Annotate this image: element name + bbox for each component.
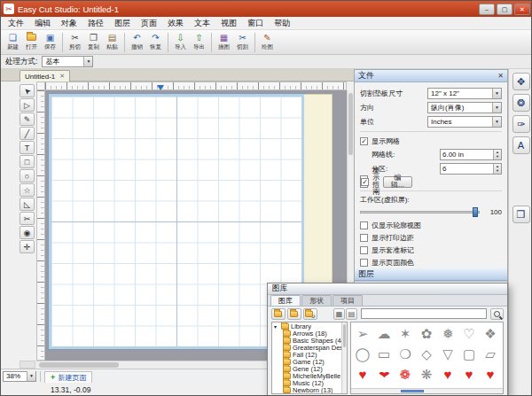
- shape-starburst[interactable]: ✶: [395, 323, 415, 344]
- menu-item[interactable]: 图层: [109, 17, 136, 30]
- panel-close-icon[interactable]: ✕: [497, 72, 504, 80]
- shape-scallop-frame[interactable]: ❍: [395, 344, 415, 364]
- shape-label-frame[interactable]: ▢: [459, 344, 479, 364]
- text-style-tool[interactable]: A: [512, 136, 530, 154]
- workspace-alpha-slider[interactable]: 100: [360, 205, 502, 219]
- menu-item[interactable]: 视图: [215, 17, 242, 30]
- spinner-icon[interactable]: ▲▼: [493, 150, 501, 159]
- shape-snowflake[interactable]: ❅: [438, 323, 458, 344]
- view-option-checkbox[interactable]: [360, 221, 368, 229]
- shape-diamond-frame[interactable]: ◇: [417, 344, 436, 364]
- eraser-tool[interactable]: ◺: [20, 198, 35, 211]
- shape-arrow[interactable]: ➢: [353, 323, 372, 344]
- shape-shield-frame[interactable]: ▽: [438, 344, 458, 364]
- new-page-tab[interactable]: + 新建页面: [44, 371, 92, 384]
- grid-scrollbar[interactable]: [351, 388, 503, 393]
- show-guides-checkbox[interactable]: ✓: [361, 178, 369, 186]
- menu-item[interactable]: 效果: [162, 17, 189, 30]
- shape-rect-frame[interactable]: ▭: [374, 344, 394, 364]
- file-panel-header[interactable]: 文件 ✕: [355, 70, 507, 82]
- ellipse-tool[interactable]: ○: [20, 169, 35, 182]
- menu-item[interactable]: 页面: [136, 17, 162, 30]
- menu-item[interactable]: 编辑: [29, 17, 56, 30]
- slider-track[interactable]: [360, 211, 480, 214]
- view-option-checkbox[interactable]: [360, 234, 368, 242]
- shape-heart[interactable]: ♥: [459, 364, 479, 384]
- shape-lips[interactable]: ♥: [374, 364, 394, 384]
- maximize-button[interactable]: ▢: [497, 4, 512, 15]
- search-icon[interactable]: [490, 308, 504, 320]
- toolbar-draw-button[interactable]: ✎绘图: [259, 31, 276, 54]
- scrollbar-thumb[interactable]: [401, 390, 424, 392]
- shape-cloud[interactable]: ☁: [374, 323, 394, 344]
- menu-item[interactable]: 文本: [189, 17, 215, 30]
- titlebar[interactable]: ✂ Easy Cut Studio: Untitled-1 – ▢ ✕: [1, 1, 532, 17]
- tree-item[interactable]: Newborn (13): [272, 386, 347, 393]
- line-tool[interactable]: ╱: [20, 127, 35, 140]
- library-titlebar[interactable]: 图库: [268, 283, 507, 295]
- star-tool[interactable]: ☆: [20, 183, 35, 197]
- menu-item[interactable]: 对象: [56, 17, 82, 30]
- toolbar-paste-button[interactable]: ▤粘贴: [104, 31, 121, 54]
- library-folder-tree[interactable]: ▾LibraryArrows (18)Basic Shapes (44)Grea…: [271, 322, 348, 394]
- color-palette-tool[interactable]: ❂: [512, 94, 530, 112]
- show-grid-checkbox[interactable]: ✓: [360, 137, 368, 145]
- cutting-mat[interactable]: [49, 94, 304, 349]
- orientation-select[interactable]: 纵向(肖像) ▼: [427, 102, 502, 113]
- scrollbar-thumb[interactable]: [39, 362, 119, 368]
- edit-guides-button[interactable]: 编辑...: [383, 176, 412, 188]
- scrollbar-thumb[interactable]: [343, 324, 346, 347]
- library-window[interactable]: 图库 图库形状项目 +−↻ ▦▤ ▾LibraryArrows (18)Basi…: [267, 283, 508, 396]
- view-option-checkbox[interactable]: [360, 246, 368, 254]
- toolbar-new-button[interactable]: ❏新建: [4, 31, 21, 54]
- toolbar-cut-button[interactable]: ✂剪切: [66, 31, 83, 54]
- refresh-button[interactable]: ↻: [303, 308, 317, 320]
- spinner-icon[interactable]: ▲▼: [493, 164, 501, 174]
- toolbar-trace-button[interactable]: ▦描图: [215, 31, 232, 54]
- menu-item[interactable]: 路径: [82, 17, 109, 30]
- select-tool[interactable]: ➤: [20, 84, 35, 97]
- library-search-input[interactable]: [361, 308, 487, 319]
- grid-view-button[interactable]: ▦: [333, 308, 345, 320]
- shape-heart[interactable]: ♥: [353, 364, 372, 384]
- toolbar-import-button[interactable]: ⇩导入: [172, 31, 189, 54]
- list-view-button[interactable]: ▤: [346, 308, 357, 320]
- toolbar-redo-button[interactable]: ↷恢复: [147, 31, 164, 54]
- gridline-input[interactable]: 6.00 in ▲▼: [440, 149, 502, 160]
- library-tab[interactable]: 形状: [301, 295, 332, 306]
- shape-poinsettia[interactable]: ❁: [395, 364, 415, 384]
- subdivision-input[interactable]: 6 ▲▼: [440, 163, 502, 175]
- expand-icon[interactable]: ▾: [274, 323, 279, 330]
- toolbar-cut-send-button[interactable]: ✂切割: [234, 31, 251, 54]
- knife-tool[interactable]: ✂: [20, 212, 35, 225]
- shape-oval-frame[interactable]: ◯: [353, 344, 372, 364]
- shape-gear[interactable]: ❋: [417, 364, 436, 384]
- tree-scrollbar[interactable]: [341, 322, 347, 393]
- tab-close-icon[interactable]: ✕: [59, 73, 65, 80]
- library-tab[interactable]: 图库: [270, 295, 301, 306]
- toolbar-save-button[interactable]: ▣保存: [42, 31, 59, 54]
- view-3d-tool[interactable]: ❒: [512, 206, 530, 223]
- shape-flower-outline[interactable]: ✿: [417, 323, 436, 344]
- remove-folder-button[interactable]: −: [287, 308, 301, 320]
- shape-ornament[interactable]: ❖: [481, 323, 500, 344]
- toolbar-open-button[interactable]: 打开: [23, 31, 40, 54]
- process-mode-select[interactable]: 基本 ▼: [42, 56, 93, 67]
- draw-tool[interactable]: ✎: [20, 113, 35, 126]
- toolbar-undo-button[interactable]: ↶撤销: [129, 31, 145, 54]
- new-folder-button[interactable]: +: [271, 308, 286, 320]
- zoom-tool[interactable]: ◉: [20, 226, 35, 239]
- minimize-button[interactable]: –: [479, 4, 495, 15]
- menu-item[interactable]: 文件: [3, 17, 29, 30]
- document-tab[interactable]: Untitled-1 ✕: [20, 70, 70, 82]
- rectangle-tool[interactable]: □: [20, 155, 35, 168]
- scrollbar-thumb[interactable]: [348, 93, 353, 155]
- eyedropper-tool[interactable]: ✑: [512, 115, 530, 133]
- shape-heart[interactable]: ♥: [481, 364, 500, 384]
- shape-ticket-frame[interactable]: ▱: [481, 344, 500, 364]
- shape-heart[interactable]: ♥: [438, 364, 458, 384]
- toolbar-export-button[interactable]: ⇧导出: [191, 31, 207, 54]
- layers-panel-header[interactable]: 图层: [355, 268, 507, 281]
- toolbar-copy-button[interactable]: ❐复制: [85, 31, 102, 54]
- library-tab[interactable]: 项目: [332, 295, 363, 306]
